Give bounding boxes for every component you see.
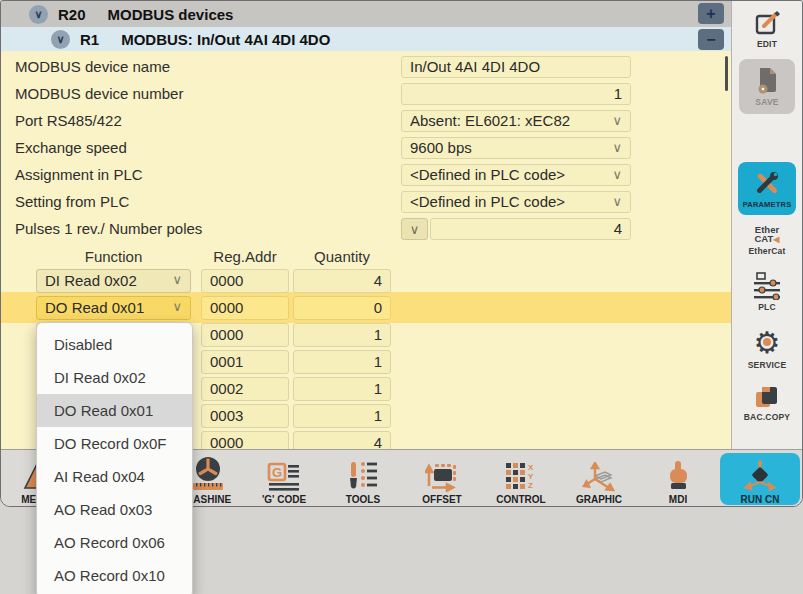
toolbar-item-gcode[interactable]: G 'G' CODE (244, 453, 324, 505)
edit-icon (753, 9, 781, 37)
sidebar-item-label: SAVE (755, 97, 778, 107)
device-number-field[interactable]: 1 (401, 83, 631, 105)
field-label: Setting from PLC (15, 191, 129, 213)
menu-item[interactable]: Disabled (37, 328, 192, 361)
toolbar-item-mdi[interactable]: MDI (638, 453, 718, 505)
field-label: Port RS485/422 (15, 110, 122, 132)
group-id: R20 (58, 6, 86, 23)
form-row: Pulses 1 rev./ Number poles 4 (1, 218, 731, 240)
quantity-field[interactable]: 0 (293, 296, 391, 320)
function-select[interactable]: DI Read 0x02 (36, 269, 191, 293)
field-value: DO Read 0x01 (45, 299, 144, 316)
chevron-down-icon (612, 165, 622, 185)
field-value: Absent: EL6021: xEC82 (410, 112, 570, 129)
reg-addr-field[interactable]: 0001 (201, 350, 289, 374)
toolbar-item-runcn[interactable]: RUN CN (720, 453, 800, 505)
pulses-dropdown-button[interactable] (401, 218, 428, 240)
port-select[interactable]: Absent: EL6021: xEC82 (401, 110, 631, 132)
assignment-select[interactable]: <Defined in PLC code> (401, 164, 631, 186)
function-dropdown-menu: Disabled DI Read 0x02 DO Read 0x01 DO Re… (36, 322, 193, 594)
sidebar-item-edit[interactable]: EDIT (753, 9, 781, 49)
toolbar-item-offset[interactable]: OFFSET (402, 453, 482, 505)
menu-item[interactable]: AI Read 0x04 (37, 460, 192, 493)
menu-item[interactable]: AO Read 0x03 (37, 493, 192, 526)
toolbar-item-label: MDI (669, 494, 687, 505)
toolbar-item-graphic[interactable]: GRAPHIC (559, 453, 639, 505)
scrollbar-thumb[interactable] (725, 56, 728, 91)
reg-addr-field[interactable]: 0000 (201, 269, 289, 293)
remove-device-button[interactable]: − (698, 29, 724, 50)
device-header: R1 MODBUS: In/Out 4AI 4DI 4DO (1, 27, 731, 51)
sidebar-item-label: PARAMETRS (743, 200, 792, 209)
reg-addr-field[interactable]: 0002 (201, 377, 289, 401)
device-id: R1 (80, 31, 99, 48)
quantity-field[interactable]: 1 (293, 323, 391, 347)
function-select[interactable]: DO Read 0x01 (36, 296, 191, 320)
toolbar-item-control[interactable]: XYZ CONTROL (481, 453, 561, 505)
sidebar-item-label: EtherCat (748, 246, 785, 256)
arrow-icon: ◀ (773, 235, 779, 244)
toolbar-item-tools[interactable]: TOOLS (323, 453, 403, 505)
copy-files-icon (754, 384, 780, 410)
column-header: Reg.Addr (201, 248, 289, 265)
svg-text:G: G (272, 465, 282, 480)
reg-addr-field[interactable]: 0003 (201, 404, 289, 428)
sidebar-item-ethercat[interactable]: Ether CAT◀ EtherCat (748, 225, 785, 256)
sidebar-item-parametrs[interactable]: PARAMETRS (738, 162, 796, 215)
form-row: Setting from PLC <Defined in PLC code> (1, 191, 731, 213)
setting-select[interactable]: <Defined in PLC code> (401, 191, 631, 213)
toolbar-item-label: 'G' CODE (262, 494, 306, 505)
chevron-down-icon (172, 270, 182, 290)
ethercat-logo: Ether CAT◀ (755, 225, 780, 244)
speed-select[interactable]: 9600 bps (401, 137, 631, 159)
toolbar-item-label: GRAPHIC (576, 494, 622, 505)
add-device-button[interactable]: + (698, 3, 724, 24)
gear-icon: ⚙ (754, 328, 781, 358)
column-header: Quantity (293, 248, 391, 265)
table-row-selected[interactable]: DO Read 0x01 0000 0 (1, 296, 731, 320)
wrench-screwdriver-icon (752, 168, 782, 198)
chevron-down-icon[interactable] (29, 5, 48, 24)
control-icon: XYZ (505, 462, 537, 492)
save-icon (754, 65, 780, 95)
chevron-down-icon (612, 138, 622, 158)
chevron-down-icon (612, 111, 622, 131)
svg-text:X: X (528, 463, 534, 472)
quantity-field[interactable]: 1 (293, 404, 391, 428)
g-code-icon: G (267, 462, 301, 492)
quantity-field[interactable]: 1 (293, 377, 391, 401)
table-row[interactable]: DI Read 0x02 0000 4 (1, 269, 731, 293)
device-name-field[interactable]: In/Out 4AI 4DI 4DO (401, 56, 631, 78)
reg-addr-field[interactable]: 0000 (201, 296, 289, 320)
menu-item[interactable]: AO Record 0x10 (37, 559, 192, 592)
quantity-field[interactable]: 4 (293, 431, 391, 449)
toolbar-item-label: OFFSET (422, 494, 461, 505)
pulses-field[interactable]: 4 (430, 218, 631, 240)
menu-item-selected[interactable]: DO Read 0x01 (37, 394, 192, 427)
reg-addr-field[interactable]: 0000 (201, 323, 289, 347)
tools-icon (347, 460, 379, 492)
toolbar-item-label: RUN CN (741, 494, 780, 505)
sidebar: EDIT SAVE PARAMETRS Ether (731, 1, 802, 449)
quantity-field[interactable]: 1 (293, 350, 391, 374)
field-value: 9600 bps (410, 139, 472, 156)
graphic-icon (582, 462, 616, 492)
menu-item[interactable]: DO Record 0x0F (37, 427, 192, 460)
form-row: Assignment in PLC <Defined in PLC code> (1, 164, 731, 186)
svg-text:Y: Y (528, 472, 534, 481)
column-header: Function (36, 248, 191, 265)
device-title: MODBUS: In/Out 4AI 4DI 4DO (121, 31, 330, 48)
sidebar-item-plc[interactable]: PLC (752, 272, 782, 312)
sidebar-item-service[interactable]: ⚙ SERVICE (748, 328, 787, 370)
sidebar-item-baccopy[interactable]: BAC.COPY (744, 384, 790, 422)
group-title: MODBUS devices (108, 6, 234, 23)
reg-addr-field[interactable]: 0000 (201, 431, 289, 449)
menu-item[interactable]: AO Record 0x06 (37, 526, 192, 559)
offset-icon (425, 462, 459, 492)
group-header: R20 MODBUS devices (1, 1, 731, 27)
quantity-field[interactable]: 4 (293, 269, 391, 293)
pointing-hand-icon (665, 460, 691, 492)
chevron-down-icon[interactable] (51, 30, 70, 49)
menu-item[interactable]: DI Read 0x02 (37, 361, 192, 394)
run-cn-icon (743, 460, 777, 492)
